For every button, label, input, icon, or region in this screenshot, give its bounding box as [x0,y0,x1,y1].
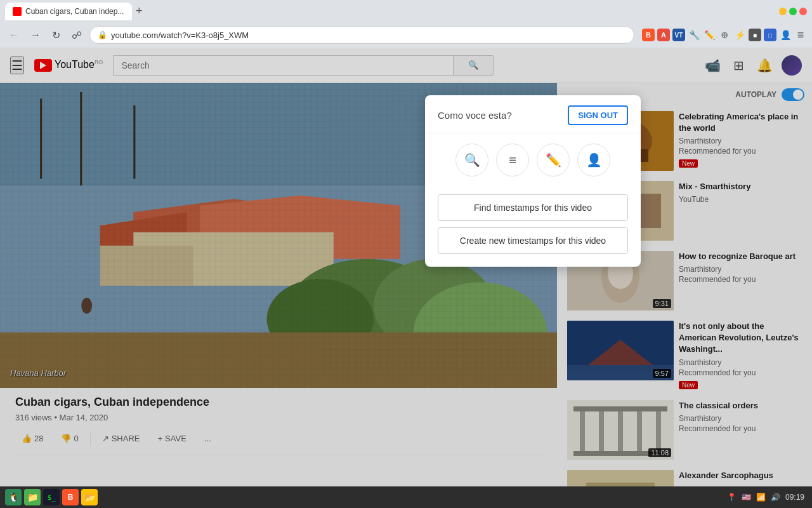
find-timestamps-button[interactable]: Find timestamps for this video [438,194,628,221]
browser-menu-button[interactable]: ≡ [794,29,807,41]
taskbar-volume-icon: 🔊 [771,493,780,502]
window-close-button[interactable] [799,8,807,15]
ext-circle-icon[interactable]: ⊕ [718,29,731,41]
taskbar-brave-icon[interactable]: B [62,489,79,505]
reload-button[interactable]: ↻ [48,28,64,43]
popup-list-button[interactable]: ≡ [496,144,529,177]
taskbar-terminal-icon[interactable]: $_ [43,489,60,505]
popup-user-button[interactable]: 👤 [577,144,610,177]
taskbar-time: 09:19 [785,493,804,502]
popup-greeting: Como voce esta? [438,110,512,121]
popup-header: Como voce esta? SIGN OUT [425,95,641,133]
popup-edit-button[interactable]: ✏️ [537,144,570,177]
ext-zap-icon[interactable]: ⚡ [733,29,746,41]
window-maximize-button[interactable] [789,8,797,15]
popup-search-button[interactable]: 🔍 [455,144,488,177]
popup-edit-icon: ✏️ [546,152,561,168]
browser-tabs: Cuban cigars, Cuban indep... × + [5,0,147,22]
taskbar-tux-icon[interactable]: 🐧 [5,489,22,505]
tab-favicon [13,7,22,16]
ssl-lock-icon: 🔒 [98,30,107,39]
ext-hammer-icon[interactable]: 🔧 [688,29,700,41]
url-text: youtube.com/watch?v=K3-o8j5_XWM [111,30,249,40]
popup-search-icon: 🔍 [464,152,480,168]
create-timestamps-button[interactable]: Create new timestamps for this video [438,227,628,254]
browser-extensions: B A VT 🔧 ✏️ ⊕ ⚡ ■ □ 👤 ≡ [642,29,807,41]
popup-icons: 🔍 ≡ ✏️ 👤 [425,133,641,187]
popup-overlay[interactable]: Como voce esta? SIGN OUT 🔍 ≡ ✏️ 👤 Find t… [0,48,812,508]
sign-out-button[interactable]: SIGN OUT [568,105,628,125]
forward-button[interactable]: → [27,28,44,42]
address-bar[interactable]: 🔒 youtube.com/watch?v=K3-o8j5_XWM [89,26,634,44]
new-tab-button[interactable]: + [132,4,147,18]
extension-popup: Como voce esta? SIGN OUT 🔍 ≡ ✏️ 👤 Find t… [425,95,641,267]
window-controls [779,8,807,15]
active-tab[interactable]: Cuban cigars, Cuban indep... × [5,3,132,20]
taskbar-files-green-icon[interactable]: 📁 [24,489,41,505]
taskbar-flag-icon: 🇺🇸 [742,493,751,502]
bookmark-button[interactable]: ☍ [68,28,86,43]
taskbar-right: 📍 🇺🇸 📶 🔊 09:19 [719,493,812,502]
brave-shield-icon[interactable]: B [642,29,655,41]
popup-actions: Find timestamps for this video Create ne… [425,187,641,267]
ext-vt-icon[interactable]: VT [672,29,685,41]
taskbar-left: 🐧 📁 $_ B 📂 [0,489,103,505]
taskbar-wifi-icon: 📶 [756,493,766,502]
taskbar: 🐧 📁 $_ B 📂 📍 🇺🇸 📶 🔊 09:19 [0,486,812,508]
ext-a-icon[interactable]: A [657,29,670,41]
browser-chrome: Cuban cigars, Cuban indep... × + [0,0,812,22]
ext-user-icon[interactable]: 👤 [779,29,792,41]
popup-list-icon: ≡ [509,153,516,168]
tab-title: Cuban cigars, Cuban indep... [25,7,124,16]
window-minimize-button[interactable] [779,8,787,15]
ext-pen-icon[interactable]: ✏️ [703,29,716,41]
popup-user-icon: 👤 [586,152,602,168]
ext-sq1-icon[interactable]: ■ [749,29,761,41]
ext-sq2-icon[interactable]: □ [764,29,776,41]
taskbar-files-yellow-icon[interactable]: 📂 [81,489,98,505]
taskbar-pin-icon: 📍 [727,493,737,502]
back-button[interactable]: ← [5,28,23,42]
address-row: ← → ↻ ☍ 🔒 youtube.com/watch?v=K3-o8j5_XW… [0,22,812,48]
